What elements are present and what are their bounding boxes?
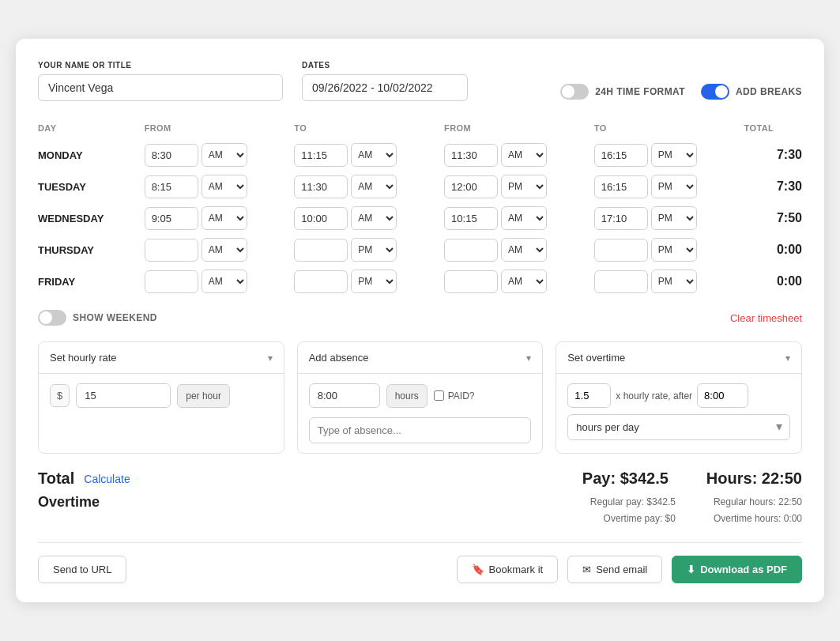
- total-main-row: Total Calculate Pay: $342.5 Hours: 22:50: [38, 469, 802, 488]
- to1-time-4[interactable]: [294, 270, 348, 293]
- to2-time-3[interactable]: [594, 239, 648, 262]
- to2-ampm-1[interactable]: AM PM: [651, 175, 697, 198]
- from1-time-3[interactable]: [145, 239, 198, 262]
- hourly-rate-header[interactable]: Set hourly rate ▾: [39, 342, 284, 374]
- to2-time-4[interactable]: [594, 270, 648, 293]
- from2-time-0[interactable]: [444, 144, 498, 167]
- to1-time-0[interactable]: [294, 144, 348, 167]
- total-label: Total: [38, 469, 74, 488]
- hours-per-day-wrapper: hours per day: [567, 411, 790, 440]
- from2-cell-3: AM PM: [444, 234, 594, 266]
- toggles-row: 24H TIME FORMAT ADD BREAKS: [560, 84, 802, 101]
- from1-ampm-0[interactable]: AM PM: [202, 143, 247, 167]
- to2-ampm-2[interactable]: AM PM: [651, 206, 697, 230]
- to2-time-0[interactable]: [594, 144, 648, 167]
- weekend-row: SHOW WEEKEND Clear timesheet: [38, 310, 802, 326]
- show-weekend-label: SHOW WEEKEND: [73, 312, 157, 323]
- to1-cell-1: AM PM: [294, 171, 444, 202]
- paid-checkbox-group: PAID?: [434, 390, 475, 402]
- type-absence-input[interactable]: [309, 417, 532, 443]
- from1-time-0[interactable]: [145, 144, 198, 167]
- hourly-chevron-icon: ▾: [268, 353, 273, 364]
- overtime-multiplier-input[interactable]: [567, 383, 611, 408]
- day-label-4: FRIDAY: [38, 266, 145, 297]
- to2-time-2[interactable]: [594, 207, 648, 230]
- to2-ampm-4[interactable]: AM PM: [651, 270, 697, 293]
- from1-time-1[interactable]: [145, 175, 198, 198]
- x-rate-label: x hourly rate, after: [616, 390, 692, 402]
- absence-body: hours PAID?: [298, 374, 543, 453]
- to1-ampm-1[interactable]: AM PM: [351, 175, 397, 198]
- overtime-hours: Overtime hours: 0:00: [714, 511, 802, 526]
- day-label-3: THURSDAY: [38, 234, 145, 266]
- to1-ampm-0[interactable]: AM PM: [351, 143, 397, 167]
- total-right: Pay: $342.5 Hours: 22:50: [582, 469, 802, 488]
- total-section: Total Calculate Pay: $342.5 Hours: 22:50…: [38, 469, 802, 526]
- from2-time-1[interactable]: [444, 175, 498, 198]
- from1-time-4[interactable]: [145, 270, 198, 293]
- name-label: YOUR NAME OR TITLE: [38, 61, 283, 70]
- from1-cell-4: AM PM: [145, 266, 295, 297]
- to2-cell-3: AM PM: [594, 234, 744, 266]
- from1-time-2[interactable]: [145, 207, 198, 230]
- day-label-1: TUESDAY: [38, 171, 145, 202]
- to2-ampm-0[interactable]: AM PM: [651, 143, 697, 167]
- to1-cell-0: AM PM: [294, 139, 444, 171]
- calculate-link[interactable]: Calculate: [84, 473, 130, 485]
- send-email-button[interactable]: ✉ Send email: [567, 556, 662, 583]
- to1-time-1[interactable]: [294, 175, 348, 198]
- total-cell-3: 0:00: [744, 234, 802, 266]
- from2-ampm-4[interactable]: AM PM: [501, 270, 547, 293]
- send-email-label: Send email: [596, 564, 647, 575]
- from1-ampm-1[interactable]: AM PM: [202, 175, 247, 198]
- add-breaks-toggle[interactable]: [701, 84, 729, 100]
- name-input[interactable]: [38, 74, 283, 101]
- from1-ampm-4[interactable]: AM PM: [202, 270, 247, 293]
- time-format-toggle-group: 24H TIME FORMAT: [560, 84, 685, 100]
- show-weekend-toggle[interactable]: [38, 310, 66, 326]
- clear-timesheet-link[interactable]: Clear timesheet: [730, 312, 802, 324]
- hours-per-day-select[interactable]: hours per day: [567, 414, 790, 440]
- from2-ampm-2[interactable]: AM PM: [501, 206, 547, 230]
- to2-ampm-3[interactable]: AM PM: [651, 238, 697, 262]
- bookmark-button[interactable]: 🔖 Bookmark it: [457, 556, 559, 583]
- hourly-rate-body: $ per hour: [39, 374, 284, 424]
- col-header-total: TOTAL: [744, 123, 802, 139]
- dates-input[interactable]: [302, 74, 468, 101]
- absence-hours-input[interactable]: [309, 383, 380, 408]
- to1-time-3[interactable]: [294, 239, 348, 262]
- from1-ampm-3[interactable]: AM PM: [202, 238, 247, 262]
- overtime-after-input[interactable]: [697, 383, 748, 408]
- hours-badge: hours: [386, 384, 428, 408]
- from2-cell-0: AM PM: [444, 139, 594, 171]
- from1-ampm-2[interactable]: AM PM: [202, 206, 247, 230]
- send-url-button[interactable]: Send to URL: [38, 556, 126, 583]
- from2-time-3[interactable]: [444, 239, 498, 262]
- from2-ampm-3[interactable]: AM PM: [501, 238, 547, 262]
- download-pdf-button[interactable]: ⬇ Download as PDF: [672, 556, 802, 583]
- from2-ampm-1[interactable]: AM PM: [501, 175, 547, 198]
- from2-ampm-0[interactable]: AM PM: [501, 143, 547, 167]
- to2-cell-4: AM PM: [594, 266, 744, 297]
- absence-header[interactable]: Add absence ▾: [298, 342, 543, 374]
- to1-ampm-3[interactable]: AM PM: [351, 238, 397, 262]
- table-row: THURSDAY AM PM AM PM: [38, 234, 802, 266]
- col-header-from2: FROM: [444, 123, 594, 139]
- per-hour-badge: per hour: [177, 384, 230, 408]
- total-left: Total Calculate: [38, 469, 130, 488]
- to2-time-1[interactable]: [594, 175, 648, 198]
- time-format-toggle[interactable]: [560, 84, 589, 100]
- download-icon: ⬇: [687, 564, 695, 575]
- hourly-rate-input[interactable]: [76, 383, 171, 408]
- paid-checkbox[interactable]: [434, 390, 444, 401]
- from2-time-4[interactable]: [444, 270, 498, 293]
- to1-ampm-2[interactable]: AM PM: [351, 206, 397, 230]
- overtime-header[interactable]: Set overtime ▾: [556, 342, 801, 374]
- to1-ampm-4[interactable]: AM PM: [351, 270, 397, 293]
- overtime-title: Set overtime: [567, 352, 625, 364]
- from2-cell-1: AM PM: [444, 171, 594, 202]
- to1-time-2[interactable]: [294, 207, 348, 230]
- from2-time-2[interactable]: [444, 207, 498, 230]
- absence-title: Add absence: [309, 352, 369, 364]
- app-container: YOUR NAME OR TITLE DATES 24H TIME FORMAT…: [16, 39, 824, 602]
